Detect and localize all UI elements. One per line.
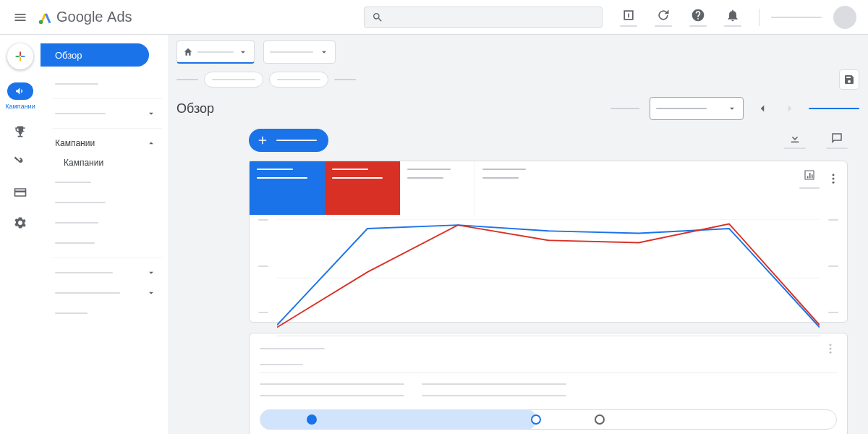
product-name: Google Ads: [56, 9, 132, 25]
page-title-row: Обзор: [168, 97, 868, 129]
chip-label: [176, 79, 198, 80]
search-icon: [372, 12, 383, 23]
save-icon: [843, 74, 855, 85]
header-actions: [614, 3, 862, 32]
svg-point-9: [830, 352, 832, 354]
download-icon: [788, 132, 801, 145]
megaphone-icon: [14, 85, 26, 97]
nav-section-campaigns[interactable]: Кампании: [41, 133, 162, 153]
step-dot-3[interactable]: [595, 414, 605, 425]
chevron-down-icon: [238, 47, 248, 57]
hamburger-menu-button[interactable]: [6, 3, 35, 32]
chip-label: [334, 79, 356, 80]
more-vert-icon[interactable]: [827, 172, 840, 185]
card-controls: [792, 161, 847, 196]
action-row: [249, 129, 848, 152]
scorecard-metric-1[interactable]: [250, 161, 325, 215]
product-logo[interactable]: Google Ads: [38, 9, 132, 25]
plus-icon: [256, 134, 269, 147]
svg-point-2: [833, 178, 835, 180]
svg-point-1: [833, 174, 835, 176]
nav-item[interactable]: [41, 74, 162, 94]
filter-chip-row: [168, 69, 868, 97]
svg-point-3: [833, 182, 835, 184]
step-dot-1[interactable]: [307, 414, 317, 425]
recommendations-card: [249, 333, 848, 434]
create-button[interactable]: [7, 43, 33, 69]
header-search: [364, 7, 603, 28]
date-next-button[interactable]: [781, 100, 799, 117]
nav-item[interactable]: [41, 303, 162, 323]
nav-item[interactable]: [41, 233, 162, 253]
refresh-button[interactable]: [649, 3, 678, 32]
bell-icon: [726, 8, 740, 22]
rail-item-tools[interactable]: [3, 153, 38, 171]
compare-toggle[interactable]: [809, 108, 859, 109]
reports-button[interactable]: [614, 3, 643, 32]
svg-point-8: [830, 348, 832, 350]
menu-icon: [13, 10, 27, 25]
rail-label-campaigns: Кампании: [5, 103, 35, 110]
filter-chip[interactable]: [204, 72, 263, 88]
notifications-button[interactable]: [718, 3, 747, 32]
nav-item[interactable]: [41, 103, 162, 124]
home-icon: [183, 47, 193, 57]
svg-point-0: [39, 20, 43, 23]
card-icon: [13, 185, 27, 200]
nav-panel: Обзор Кампании Кампании: [41, 35, 168, 434]
feedback-button[interactable]: [826, 132, 848, 149]
download-button[interactable]: [784, 132, 806, 149]
account-name[interactable]: [771, 17, 822, 18]
help-icon: [691, 8, 705, 22]
rail-item-goals[interactable]: [3, 123, 38, 140]
rail-item-admin[interactable]: [3, 214, 38, 231]
search-input[interactable]: [364, 7, 603, 28]
account-avatar[interactable]: [833, 6, 856, 29]
save-view-button[interactable]: [839, 69, 859, 90]
scorecard-metric-2[interactable]: [325, 161, 400, 215]
chevron-down-icon: [146, 109, 156, 119]
nav-item[interactable]: [41, 213, 162, 233]
header-divider: [759, 9, 760, 26]
gear-icon: [13, 216, 27, 230]
google-ads-logo-icon: [38, 9, 54, 25]
nav-item[interactable]: [41, 263, 162, 283]
progress-stepper: [260, 409, 837, 430]
plus-icon: [12, 48, 28, 64]
rail-item-campaigns[interactable]: Кампании: [3, 82, 38, 110]
chevron-right-icon: [783, 102, 796, 115]
chevron-down-icon: [146, 288, 156, 298]
scope-bar: [168, 35, 868, 69]
scorecard-metric-4[interactable]: [475, 161, 550, 215]
nav-item-overview[interactable]: Обзор: [41, 43, 149, 67]
date-prev-button[interactable]: [754, 100, 771, 117]
new-campaign-button[interactable]: [249, 129, 328, 152]
nav-item[interactable]: [41, 283, 162, 303]
nav-subitem-campaigns[interactable]: Кампании: [41, 153, 162, 172]
chart-settings-icon[interactable]: [803, 169, 816, 182]
refresh-icon: [656, 8, 671, 22]
icon-rail: Кампании: [0, 35, 41, 434]
rail-item-billing[interactable]: [3, 184, 38, 201]
performance-chart: [250, 215, 847, 322]
page-title: Обзор: [176, 101, 214, 116]
scope-selector-campaign[interactable]: [263, 41, 336, 64]
step-dot-2[interactable]: [531, 414, 541, 425]
filter-chip[interactable]: [269, 72, 328, 88]
line-chart: [277, 219, 820, 337]
nav-item[interactable]: [41, 192, 162, 213]
scope-selector-account[interactable]: [176, 41, 255, 64]
help-button[interactable]: [684, 3, 712, 32]
app-header: Google Ads: [0, 0, 868, 35]
chevron-down-icon: [727, 103, 737, 114]
chevron-down-icon: [146, 268, 156, 278]
date-range-selector[interactable]: [650, 97, 744, 120]
reports-icon: [621, 8, 636, 22]
scorecard-row: [250, 161, 847, 215]
autoapply-label: [610, 108, 639, 109]
nav-item[interactable]: [41, 172, 162, 192]
scorecard-metric-3[interactable]: [400, 161, 475, 215]
card-menu-button[interactable]: [824, 342, 837, 355]
main-content: Обзор: [168, 35, 868, 434]
tools-icon: [13, 155, 27, 169]
